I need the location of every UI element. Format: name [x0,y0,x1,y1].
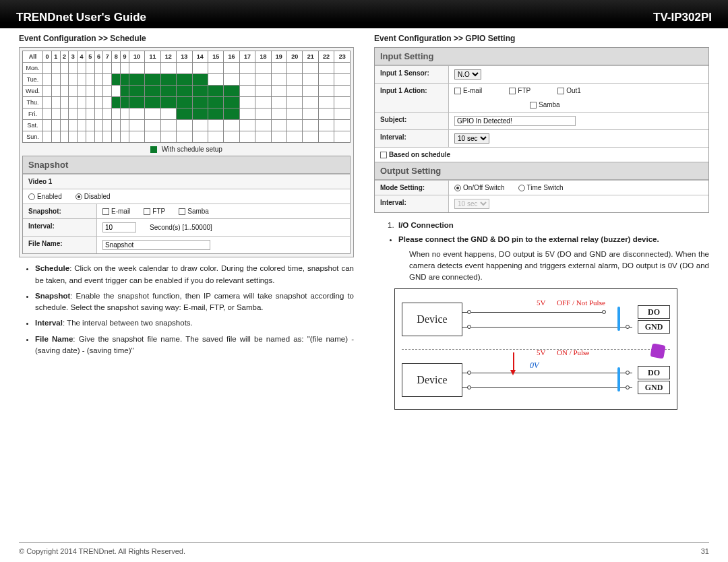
gnd-pin-bot: GND [638,381,670,394]
action-samba-checkbox[interactable]: Samba [530,101,560,108]
snapshot-samba-checkbox[interactable]: Samba [179,208,209,215]
io-description: When no event happens, DO output is 5V (… [409,249,709,284]
interval-value-cell: Second(s) [1..50000] [97,219,350,236]
video1-enable-row: Enabled Disabled [23,189,350,204]
legend-label: With schedule setup [162,146,222,153]
input-sensor-label: Input 1 Sensor: [375,66,449,83]
schedule-grid[interactable]: All0123456789101112131415161718192021222… [22,51,351,143]
based-schedule-checkbox[interactable]: Based on schedule [380,151,450,158]
io-connection-block: 1. I/O Connection Please connect the GND… [374,220,709,283]
io-title: I/O Connection [398,221,454,229]
video1-label: Video 1 [23,175,350,189]
interval-suffix: Second(s) [1..50000] [150,224,212,231]
io-bullet: Please connect the GND & DO pin to the e… [398,235,659,243]
left-column: Event Configuration >> Schedule All01234… [19,34,354,528]
footer: © Copyright 2014 TRENDnet. All Rights Re… [19,542,709,555]
device-box-top: Device [402,303,462,336]
subject-label: Subject: [375,113,449,129]
output-setting-head: Output Setting [375,162,708,180]
gnd-pin-top: GND [638,320,670,334]
filename-row-label: File Name: [23,237,97,253]
input-setting-head: Input Setting [375,48,708,65]
buzzer-icon [650,344,665,359]
snapshot-options: E-mail FTP Samba [97,204,350,218]
snapshot-head: Snapshot [23,156,350,174]
page-body: Event Configuration >> Schedule All01234… [19,34,709,528]
page-number: 31 [701,547,709,555]
gpio-interval-label: Interval: [375,130,449,147]
v5-label-top: 5V [537,299,545,307]
model-number: TV-IP302PI [653,11,712,24]
on-label: ON / Pulse [557,348,589,356]
filename-value-cell [97,237,350,253]
io-diagram: Device 5V OFF / Not Pulse DO GND Device [394,288,677,410]
snapshot-panel: Snapshot Video 1 Enabled Disabled Snapsh… [22,156,351,254]
subject-input[interactable] [454,116,576,126]
gpio-interval-select[interactable]: 10 sec [454,133,489,144]
input-sensor-select[interactable]: N.O [454,69,481,80]
output-interval-label: Interval: [375,195,449,212]
v0-label: 0V [530,361,539,371]
device-box-bot: Device [402,363,462,397]
gpio-panel: Input Setting Input 1 Sensor: N.O Input … [374,47,709,213]
do-pin-top: DO [638,305,670,319]
mode-setting-label: Mode Setting: [375,181,449,195]
left-section-title: Event Configuration >> Schedule [19,34,354,43]
snapshot-row-label: Snapshot: [23,204,97,218]
schedule-panel: All0123456789101112131415161718192021222… [19,47,354,257]
action-email-checkbox[interactable]: E-mail [454,87,482,94]
filename-input[interactable] [102,240,210,250]
action-out1-checkbox[interactable]: Out1 [557,87,581,94]
output-interval-select[interactable]: 10 sec [454,199,489,209]
schedule-legend: With schedule setup [22,143,351,154]
action-ftp-checkbox[interactable]: FTP [509,87,530,94]
mode-onoff-radio[interactable]: On/Off Switch [454,184,505,191]
right-section-title: Event Configuration >> GPIO Setting [374,34,709,43]
right-column: Event Configuration >> GPIO Setting Inpu… [374,34,709,528]
disabled-radio[interactable]: Disabled [75,193,111,200]
header-bar: TRENDnet User's Guide TV-IP302PI [0,0,728,28]
legend-swatch-icon [150,146,157,153]
interval-row-label: Interval: [23,219,97,236]
v5-label-bot: 5V [537,348,545,356]
interval-input[interactable] [102,222,136,232]
do-pin-bot: DO [638,366,670,379]
snapshot-ftp-checkbox[interactable]: FTP [144,208,165,215]
copyright: © Copyright 2014 TRENDnet. All Rights Re… [19,547,185,555]
snapshot-email-checkbox[interactable]: E-mail [102,208,130,215]
left-bullets: Schedule: Click on the week calendar to … [19,263,354,356]
enabled-radio[interactable]: Enabled [28,193,62,200]
mode-time-radio[interactable]: Time Switch [518,184,564,191]
guide-title: TRENDnet User's Guide [16,11,146,24]
off-label: OFF / Not Pulse [557,299,605,307]
input-action-label: Input 1 Action: [375,84,449,112]
